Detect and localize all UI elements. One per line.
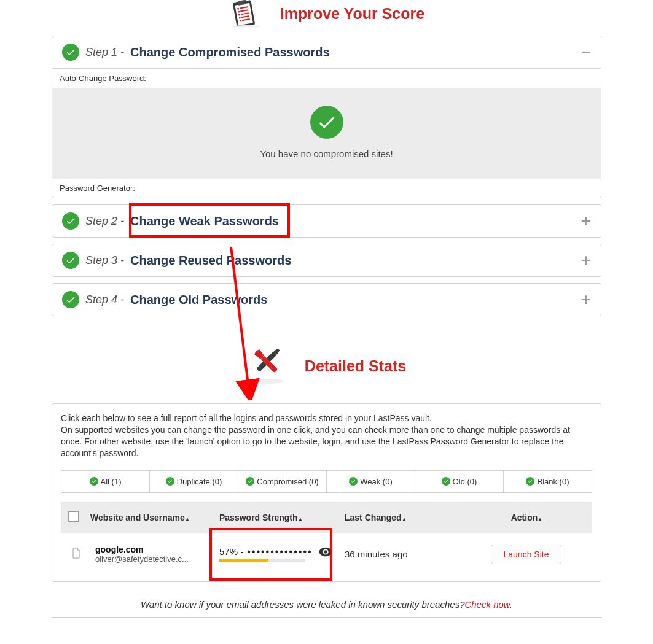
- table-header: Website and Username▴ Password Strength▴…: [61, 502, 592, 533]
- collapse-icon[interactable]: −: [581, 44, 591, 61]
- tab-all[interactable]: All (1): [61, 471, 150, 492]
- tab-blank[interactable]: Blank (0): [504, 471, 592, 492]
- expand-icon[interactable]: +: [581, 212, 591, 230]
- step-1-body: Auto-Change Password: You have no compro…: [52, 68, 601, 198]
- auto-change-label: Auto-Change Password:: [52, 69, 601, 88]
- detailed-stats: Detailed Stats Click each below to see a…: [52, 343, 601, 582]
- step-1-num: Step 1 -: [85, 46, 124, 59]
- breach-prompt: Want to know if your email addresses wer…: [52, 599, 601, 618]
- step-4-num: Step 4 -: [85, 293, 124, 306]
- step-4: Step 4 - Change Old Passwords +: [52, 283, 601, 316]
- breach-question: Want to know if your email addresses wer…: [141, 599, 464, 610]
- col-changed[interactable]: Last Changed▴: [345, 513, 467, 522]
- table-row[interactable]: google.com oliver@safetydetective.c... 5…: [61, 533, 592, 573]
- step-3-title: Change Reused Passwords: [130, 254, 291, 268]
- checkmark-icon: [62, 212, 79, 230]
- svg-rect-9: [239, 17, 241, 19]
- step-2-header[interactable]: Step 2 - Change Weak Passwords +: [52, 205, 601, 237]
- step-3-num: Step 3 -: [85, 254, 124, 267]
- stats-intro: Click each below to see a full report of…: [61, 413, 592, 459]
- last-changed: 36 minutes ago: [345, 549, 467, 559]
- step-4-title: Change Old Passwords: [130, 293, 267, 307]
- checkmark-icon: [62, 44, 79, 61]
- site-name: google.com: [95, 545, 219, 554]
- step-2-num: Step 2 -: [85, 215, 124, 228]
- col-strength[interactable]: Password Strength▴: [219, 513, 345, 522]
- strength-cell: 57% - ••••••••••••••: [219, 546, 345, 562]
- tools-icon: [247, 343, 286, 389]
- tab-old-label: Old (0): [453, 477, 477, 486]
- check-now-link[interactable]: Check now: [464, 599, 509, 610]
- breach-end: .: [510, 599, 512, 610]
- col-action[interactable]: Action▴: [467, 513, 585, 522]
- tab-blank-label: Blank (0): [537, 477, 569, 486]
- improve-score-header: Improve Your Score: [52, 0, 601, 27]
- step-4-header[interactable]: Step 4 - Change Old Passwords +: [52, 284, 601, 316]
- expand-icon[interactable]: +: [581, 252, 591, 269]
- expand-icon[interactable]: +: [581, 291, 591, 308]
- stats-title: Detailed Stats: [305, 357, 406, 375]
- select-all-checkbox[interactable]: [68, 511, 79, 522]
- svg-rect-7: [238, 14, 240, 16]
- tab-duplicate-label: Duplicate (0): [177, 477, 222, 486]
- tab-weak[interactable]: Weak (0): [327, 471, 415, 492]
- sort-icon: ▴: [299, 516, 302, 522]
- strength-bar: [219, 559, 305, 562]
- no-compromised-panel: You have no compromised sites!: [52, 88, 601, 179]
- svg-point-14: [249, 379, 284, 384]
- col-website[interactable]: Website and Username▴: [90, 513, 219, 522]
- checkmark-icon: [310, 106, 343, 139]
- site-cell: google.com oliver@safetydetective.c...: [95, 545, 219, 564]
- step-2: Step 2 - Change Weak Passwords +: [52, 204, 601, 238]
- step-2-title: Change Weak Passwords: [130, 214, 279, 228]
- sort-icon: ▴: [186, 516, 189, 522]
- show-password-icon[interactable]: [319, 547, 332, 557]
- checkmark-icon: [62, 291, 79, 308]
- sort-icon: ▴: [539, 516, 541, 522]
- sort-icon: ▴: [403, 516, 405, 522]
- clipboard-icon: [229, 0, 263, 27]
- step-1-header[interactable]: Step 1 - Change Compromised Passwords −: [52, 36, 601, 68]
- step-1-title: Change Compromised Passwords: [130, 45, 330, 60]
- tab-all-label: All (1): [101, 477, 122, 486]
- svg-point-13: [231, 25, 260, 27]
- svg-rect-5: [238, 11, 240, 13]
- launch-site-button[interactable]: Launch Site: [491, 545, 562, 564]
- filter-tabs: All (1) Duplicate (0) Compromised (0) We…: [61, 470, 592, 493]
- improve-score-title: Improve Your Score: [280, 5, 424, 23]
- tab-old[interactable]: Old (0): [415, 471, 504, 492]
- no-compromised-message: You have no compromised sites!: [52, 149, 601, 159]
- stats-header: Detailed Stats: [52, 343, 601, 389]
- step-3-header[interactable]: Step 3 - Change Reused Passwords +: [52, 244, 601, 276]
- password-dots: ••••••••••••••: [247, 547, 312, 557]
- tab-compromised-label: Compromised (0): [257, 477, 318, 486]
- strength-pct: 57% -: [219, 546, 243, 557]
- stats-panel: Click each below to see a full report of…: [52, 403, 601, 582]
- checkmark-icon: [62, 252, 79, 269]
- svg-rect-11: [240, 20, 241, 22]
- tab-compromised[interactable]: Compromised (0): [238, 471, 327, 492]
- site-username: oliver@safetydetective.c...: [95, 554, 219, 564]
- site-icon: [68, 548, 95, 561]
- tab-duplicate[interactable]: Duplicate (0): [150, 471, 238, 492]
- svg-rect-3: [237, 8, 239, 10]
- step-3: Step 3 - Change Reused Passwords +: [52, 244, 601, 277]
- password-generator-label: Password Generator:: [52, 179, 601, 198]
- tab-weak-label: Weak (0): [360, 477, 393, 486]
- step-1: Step 1 - Change Compromised Passwords − …: [52, 36, 601, 198]
